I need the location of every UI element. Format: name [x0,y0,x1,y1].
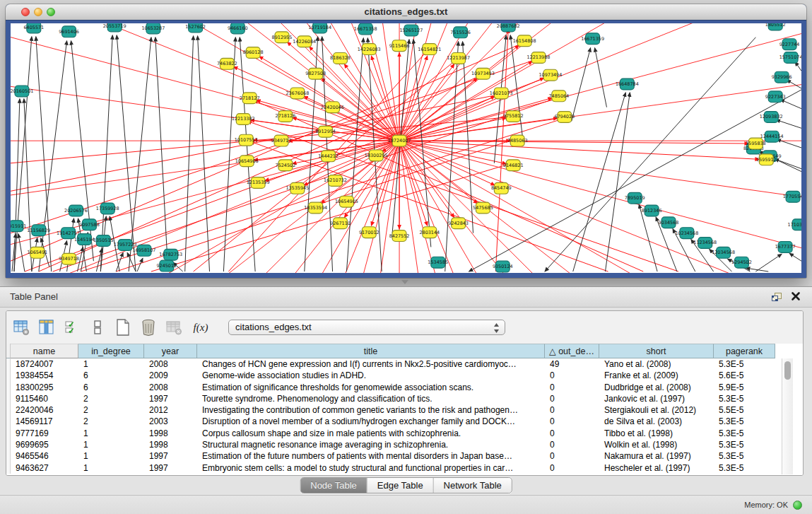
table-row[interactable]: 1938455462009Genome-wide association stu… [6,370,803,381]
column-header-title[interactable]: title [197,344,545,358]
graph-node-label: 3915911 [11,223,26,229]
function-builder-icon[interactable]: f(x) [190,318,211,337]
graph-node-label: 9350124 [493,264,513,269]
graph-edge [399,141,759,159]
cell-year: 1998 [144,428,197,439]
graph-node-label: 9691406 [59,29,79,35]
cell-short: Dudbridge et al. (2008) [599,382,714,393]
graph-edge [789,253,801,261]
network-graph[interactable]: 6405571969140620553719106532871527602946… [11,23,801,273]
network-view-frame: 6405571969140620553719106532871527602946… [6,20,806,278]
graph-node-label: 9466160 [228,25,248,31]
cell-title: Changes of HCN gene expression and I(f) … [197,358,545,370]
cell-pagerank: 5.3E-5 [714,393,775,404]
cell-title: Embryonic stem cells: a model to study s… [197,462,545,474]
cell-pagerank: 5.3E-5 [714,416,775,427]
graph-node-label: 20553719 [103,23,126,29]
graph-edge [399,141,794,273]
network-canvas[interactable]: 6405571969140620553719106532871527602946… [11,23,801,273]
cell-name: 22420046 [11,404,78,416]
graph-node-label: 10654906 [235,158,259,164]
graph-edge [399,98,552,141]
cell-title: Disruption of a novel member of a sodium… [197,416,545,427]
float-panel-icon[interactable] [771,292,782,305]
toggle-rows-icon[interactable] [88,318,107,337]
cell-year: 1998 [144,439,197,450]
window-title: citations_edges.txt [6,4,806,20]
table-row[interactable]: 1830029562008Estimation of significance … [6,382,803,393]
cell-title: Structural magnetic resonance image aver… [197,439,545,450]
graph-node-label: 10973494 [539,72,562,78]
column-header-name[interactable]: name [11,344,78,358]
tab-network-table[interactable]: Network Table [434,478,512,493]
graph-node-label: 9034568 [659,220,679,226]
panel-splitter-handle[interactable] [401,280,408,284]
graph-node-label: 9242843 [448,221,469,226]
cell-title: Tourette syndrome. Phenomenology and cla… [197,393,545,404]
cell-name: 9463627 [11,462,78,474]
column-header-short[interactable]: short [599,344,714,358]
graph-edge [445,42,459,271]
column-header-pagerank[interactable]: pagerank [714,344,775,358]
graph-edge [126,23,399,141]
table-selector-dropdown[interactable]: citations_edges.txt [228,320,505,335]
table-body: 1872400712008Changes of HCN gene express… [6,358,803,475]
table-row[interactable]: 977716911998Corpus callosum shape and si… [6,428,803,439]
row-selection-icon[interactable] [63,318,81,337]
delete-column-icon[interactable] [139,318,158,337]
graph-node-label: 2803144 [419,230,440,235]
table-row[interactable]: 946362711997Embryonic stem cells: a mode… [6,462,803,474]
graph-node-label: 20887682 [497,23,520,29]
graph-edge [545,37,755,271]
table-row[interactable]: 911546021997Tourette syndrome. Phenomeno… [6,393,803,404]
graph-edge [137,258,143,271]
cell-year: 2009 [144,370,197,381]
table-row[interactable]: 969969511998Structural magnetic resonanc… [6,439,803,450]
graph-edge [780,100,801,109]
cell-name: 18300295 [11,382,78,393]
table-row[interactable]: 2242004622012Investigating the contribut… [6,404,803,416]
cell-in_degree: 1 [78,462,144,474]
column-header-year[interactable]: year [144,344,197,358]
graph-node-label: 9349718 [59,256,79,262]
graph-node-label: 9227744 [779,42,800,47]
cell-out_degree: 0 [545,462,599,474]
graph-node-label: 7463822 [217,61,237,66]
tab-edge-table[interactable]: Edge Table [367,478,434,493]
graph-node-label: 15751074 [779,54,801,60]
cell-year: 1997 [144,462,197,474]
graph-node-label: 10234568 [675,230,698,236]
cell-title: Estimation of significance thresholds fo… [197,382,545,393]
scrollbar-thumb[interactable] [784,361,791,380]
graph-edge [346,38,363,271]
graph-edge [787,80,801,88]
graph-node-label: 16154821 [418,47,441,52]
graph-node-label: 10107553 [235,137,258,143]
cell-short: Wolkin et al. (1998) [599,439,714,450]
table-row[interactable]: 1456911722003Disruption of a novel membe… [6,416,803,427]
graph-node-label: 18724007 [388,138,411,144]
table-mode-icon[interactable] [12,318,30,337]
create-column-icon[interactable] [114,318,132,337]
graph-edge [14,37,32,271]
graph-node-label: 8912346 [642,208,662,214]
memory-status-icon[interactable] [793,501,802,510]
show-columns-icon[interactable] [37,318,56,337]
graph-node-label: 18353594 [304,205,327,211]
column-header-out_degree[interactable]: △ out_de… [545,344,599,358]
graph-node-label: 22420046 [321,105,344,110]
graph-node-label: 17957223 [114,242,137,247]
vertical-scrollbar[interactable] [782,358,793,474]
table-row[interactable]: 1872400712008Changes of HCN gene express… [6,358,803,370]
graph-node-label: 14226084 [293,39,316,45]
window-titlebar[interactable]: citations_edges.txt [6,4,806,21]
tab-node-table[interactable]: Node Table [300,478,367,493]
graph-node-label: 8960128 [243,50,264,56]
column-header-in_degree[interactable]: in_degree [78,344,144,358]
delete-table-icon[interactable] [165,318,183,337]
cell-name: 14569117 [11,416,78,427]
graph-node-label: 1595912 [756,157,777,163]
close-panel-icon[interactable] [791,291,801,304]
table-row[interactable]: 946554611997Estimation of the future num… [6,450,803,462]
graph-node-label: 10654905 [335,199,358,204]
